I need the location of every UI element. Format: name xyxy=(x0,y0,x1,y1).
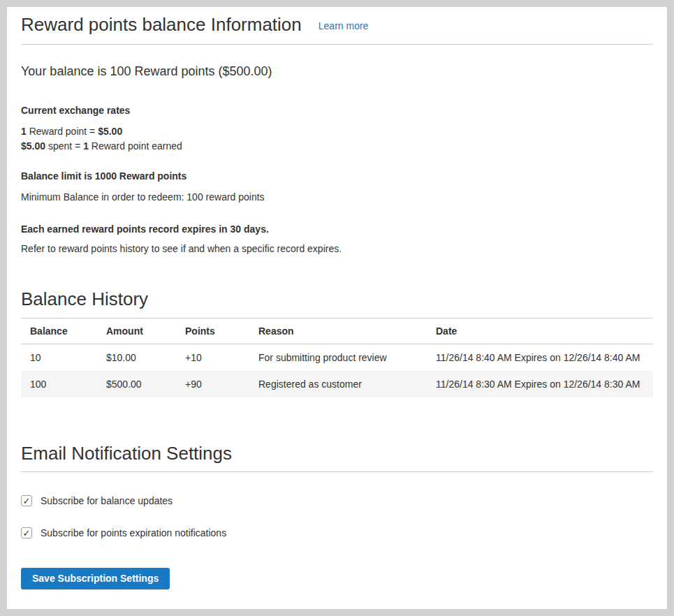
balance-limit-text: Balance limit is 1000 Reward points xyxy=(21,169,653,183)
checkmark-icon: ✓ xyxy=(23,529,31,538)
save-subscription-settings-button[interactable]: Save Subscription Settings xyxy=(21,568,170,589)
balance-history-table: Balance Amount Points Reason Date 10 $10… xyxy=(21,318,653,397)
balance-updates-label[interactable]: Subscribe for balance updates xyxy=(41,495,173,506)
column-header-points: Points xyxy=(176,318,249,344)
exchange-rate-line-2: $5.00 spent = 1 Reward point earned xyxy=(21,139,653,154)
table-row: 100 $500.00 +90 Registered as customer 1… xyxy=(21,371,653,397)
cell-date: 11/26/14 8:40 AM Expires on 12/26/14 8:4… xyxy=(427,344,653,372)
exchange-rate-text: Reward point = xyxy=(27,126,98,137)
cell-balance: 10 xyxy=(21,344,97,372)
learn-more-link[interactable]: Learn more xyxy=(318,20,369,31)
column-header-balance: Balance xyxy=(21,318,97,344)
earn-rate-text: spent = xyxy=(45,140,83,152)
cell-reason: Registered as customer xyxy=(249,371,427,397)
expiration-text: Each earned reward points record expires… xyxy=(21,222,653,236)
min-balance-text: Minimum Balance in order to redeem: 100 … xyxy=(21,190,653,204)
balance-updates-option: ✓ Subscribe for balance updates xyxy=(21,495,653,506)
page-header: Reward points balance Information Learn … xyxy=(21,14,653,45)
cell-points: +90 xyxy=(176,371,249,397)
earn-rate-value: $5.00 xyxy=(21,140,45,152)
earn-rate-points: 1 xyxy=(83,140,89,152)
email-settings-heading: Email Notification Settings xyxy=(21,443,653,472)
table-header-row: Balance Amount Points Reason Date xyxy=(21,318,653,344)
column-header-amount: Amount xyxy=(97,318,176,344)
points-expiration-checkbox[interactable]: ✓ xyxy=(21,527,32,538)
column-header-date: Date xyxy=(427,318,653,344)
cell-balance: 100 xyxy=(21,371,97,397)
cell-amount: $500.00 xyxy=(97,371,176,397)
balance-history-heading: Balance History xyxy=(21,288,653,309)
balance-summary: Your balance is 100 Reward points ($500.… xyxy=(21,64,653,79)
exchange-rates-heading: Current exchange rates xyxy=(21,103,653,117)
expiration-note-text: Refer to reward points history to see if… xyxy=(21,242,653,256)
points-expiration-option: ✓ Subscribe for points expiration notifi… xyxy=(21,527,653,538)
column-header-reason: Reason xyxy=(249,318,427,344)
exchange-rate-points: 1 xyxy=(21,126,27,137)
table-row: 10 $10.00 +10 For submitting product rev… xyxy=(21,344,653,372)
cell-date: 11/26/14 8:30 AM Expires on 12/26/14 8:3… xyxy=(427,371,653,397)
balance-updates-checkbox[interactable]: ✓ xyxy=(21,495,32,506)
earn-rate-suffix: Reward point earned xyxy=(89,140,182,152)
cell-amount: $10.00 xyxy=(97,344,176,372)
reward-points-panel: Reward points balance Information Learn … xyxy=(7,7,667,609)
checkmark-icon: ✓ xyxy=(23,497,31,506)
points-expiration-label[interactable]: Subscribe for points expiration notifica… xyxy=(41,527,226,538)
exchange-rates-lines: 1 Reward point = $5.00 $5.00 spent = 1 R… xyxy=(21,124,653,154)
cell-points: +10 xyxy=(176,344,249,372)
exchange-rate-value: $5.00 xyxy=(98,126,122,137)
page-title: Reward points balance Information xyxy=(21,14,302,35)
cell-reason: For submitting product review xyxy=(249,344,427,372)
exchange-rate-line-1: 1 Reward point = $5.00 xyxy=(21,124,653,139)
